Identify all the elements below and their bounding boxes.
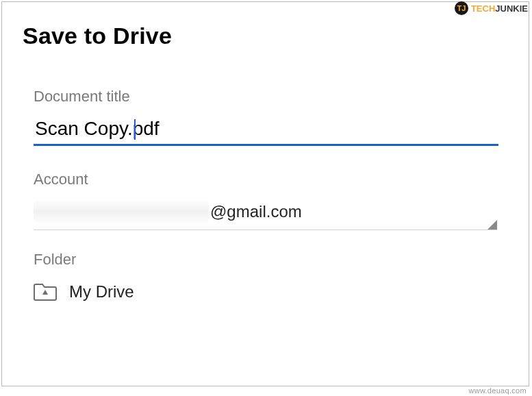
drive-folder-icon [34, 282, 57, 301]
document-title-input[interactable] [34, 118, 498, 146]
dropdown-handle-icon[interactable] [487, 220, 497, 230]
document-title-label: Document title [34, 88, 497, 106]
dialog-title: Save to Drive [23, 23, 508, 49]
folder-name: My Drive [69, 282, 134, 301]
save-to-drive-dialog: Save to Drive Document title Account @gm… [1, 1, 529, 386]
dialog-header: Save to Drive [2, 2, 529, 56]
techjunkie-badge-text: TJ [457, 4, 466, 12]
account-field: Account @gmail.com [34, 171, 497, 230]
svg-marker-0 [42, 290, 48, 295]
dialog-content: Document title Account @gmail.com Folder [2, 56, 529, 308]
account-selector[interactable]: @gmail.com [34, 201, 497, 230]
text-cursor [134, 119, 136, 140]
account-domain-suffix: @gmail.com [210, 202, 302, 221]
account-user-redacted [34, 201, 209, 223]
document-title-field: Document title [34, 88, 497, 146]
document-title-input-wrap[interactable] [34, 118, 497, 146]
watermark-source-url: www.deuaq.com [468, 386, 527, 395]
techjunkie-word-b: JUNKIE [495, 3, 528, 14]
techjunkie-badge-icon: TJ [455, 1, 468, 15]
watermark-techjunkie: TJ TECHJUNKIE [455, 1, 528, 15]
folder-field: Folder My Drive [34, 251, 497, 308]
account-label: Account [34, 171, 497, 188]
techjunkie-wordmark: TECHJUNKIE [471, 3, 528, 14]
folder-selector[interactable]: My Drive [34, 282, 497, 308]
folder-label: Folder [34, 251, 497, 269]
techjunkie-word-a: TECH [471, 3, 495, 14]
